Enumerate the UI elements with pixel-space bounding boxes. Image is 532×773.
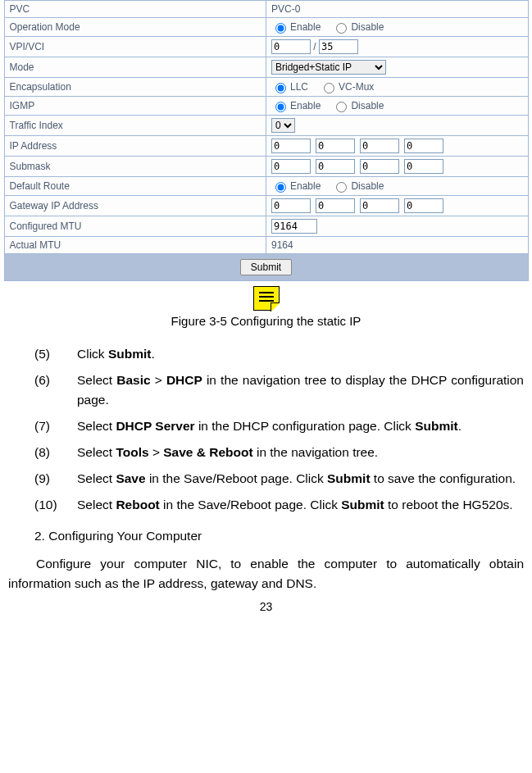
step-8-number: (8) xyxy=(34,443,70,462)
mode-select[interactable]: Bridged+Static IP xyxy=(271,60,386,75)
submit-cell: Submit xyxy=(4,254,528,281)
gateway-octet-2[interactable] xyxy=(316,198,355,213)
step-6: (6)Select Basic > DHCP in the navigation… xyxy=(34,371,524,410)
step-5: (5)Click Submit. xyxy=(34,344,524,364)
gateway-value xyxy=(266,196,529,216)
gateway-label: Gateway IP Address xyxy=(4,196,266,216)
igmp-disable-option[interactable]: Disable xyxy=(332,99,384,112)
pvc-value: PVC-0 xyxy=(266,1,529,18)
configured-mtu-input[interactable] xyxy=(271,219,317,234)
config-table: PVC PVC-0 Operation Mode Enable Disable … xyxy=(4,0,529,281)
submask-value xyxy=(266,157,529,177)
steps-list: (5)Click Submit. (6)Select Basic > DHCP … xyxy=(8,344,524,515)
traffic-index-label: Traffic Index xyxy=(4,116,266,136)
igmp-enable-label: Enable xyxy=(290,100,321,111)
mode-label: Mode xyxy=(4,57,266,78)
slash-separator: / xyxy=(313,41,316,52)
step-9: (9)Select Save in the Save/Reboot page. … xyxy=(34,469,524,489)
note-icon xyxy=(253,286,280,311)
ip-octet-4[interactable] xyxy=(404,139,443,153)
mode-value: Bridged+Static IP xyxy=(266,57,529,78)
submask-octet-1[interactable] xyxy=(271,159,311,174)
op-mode-disable-option[interactable]: Disable xyxy=(332,20,384,34)
step-8: (8)Select Tools > Save & Reboot in the n… xyxy=(34,443,524,462)
section-2-heading: 2. Configuring Your Computer xyxy=(8,526,524,546)
instruction-content: (5)Click Submit. (6)Select Basic > DHCP … xyxy=(0,344,532,593)
submit-button[interactable]: Submit xyxy=(240,259,292,275)
actual-mtu-value: 9164 xyxy=(266,237,529,254)
page-number: 23 xyxy=(0,600,532,613)
configured-mtu-label: Configured MTU xyxy=(4,216,266,237)
llc-label: LLC xyxy=(290,81,308,93)
vci-input[interactable] xyxy=(319,39,358,54)
defroute-enable-option[interactable]: Enable xyxy=(271,180,321,193)
pvc-label: PVC xyxy=(4,1,266,18)
igmp-label: IGMP xyxy=(4,97,266,116)
operation-mode-value: Enable Disable xyxy=(266,18,529,37)
encap-vcmux-option[interactable]: VC-Mux xyxy=(320,80,374,93)
configured-mtu-value xyxy=(266,216,529,237)
figure-caption: Figure 3-5 Configuring the static IP xyxy=(0,314,532,328)
submask-octet-2[interactable] xyxy=(316,159,355,174)
step-10-number: (10) xyxy=(34,495,70,515)
op-mode-enable-radio[interactable] xyxy=(275,23,286,34)
igmp-value: Enable Disable xyxy=(266,97,529,116)
enable-label: Enable xyxy=(290,21,321,33)
vcmux-label: VC-Mux xyxy=(339,81,374,93)
defroute-disable-label: Disable xyxy=(351,180,384,192)
step-10: (10)Select Reboot in the Save/Reboot pag… xyxy=(34,495,524,515)
step-9-number: (9) xyxy=(34,469,70,489)
gateway-octet-4[interactable] xyxy=(404,198,443,213)
traffic-index-select[interactable]: 0 xyxy=(271,118,295,133)
default-route-label: Default Route xyxy=(4,177,266,196)
step-7: (7)Select DHCP Server in the DHCP config… xyxy=(34,416,524,436)
defroute-enable-label: Enable xyxy=(290,180,321,192)
operation-mode-label: Operation Mode xyxy=(4,18,266,37)
traffic-index-value: 0 xyxy=(266,116,529,136)
encap-llc-option[interactable]: LLC xyxy=(271,80,308,93)
step-5-number: (5) xyxy=(34,344,70,364)
igmp-disable-label: Disable xyxy=(351,100,384,111)
submask-octet-4[interactable] xyxy=(404,159,443,174)
vpi-vci-label: VPI/VCI xyxy=(4,37,266,57)
actual-mtu-label: Actual MTU xyxy=(4,237,266,254)
encapsulation-label: Encapsulation xyxy=(4,78,266,97)
ip-address-label: IP Address xyxy=(4,136,266,157)
ip-octet-1[interactable] xyxy=(271,139,311,153)
ip-address-value xyxy=(266,136,529,157)
defroute-disable-option[interactable]: Disable xyxy=(332,180,384,193)
encapsulation-value: LLC VC-Mux xyxy=(266,78,529,97)
default-route-value: Enable Disable xyxy=(266,177,529,196)
igmp-enable-option[interactable]: Enable xyxy=(271,99,321,112)
encap-vcmux-radio[interactable] xyxy=(324,83,334,93)
igmp-disable-radio[interactable] xyxy=(336,102,347,112)
defroute-enable-radio[interactable] xyxy=(275,182,286,193)
igmp-enable-radio[interactable] xyxy=(275,102,286,112)
ip-octet-3[interactable] xyxy=(360,139,399,153)
vpi-vci-value: / xyxy=(266,37,529,57)
gateway-octet-1[interactable] xyxy=(271,198,311,213)
gateway-octet-3[interactable] xyxy=(360,198,399,213)
encap-llc-radio[interactable] xyxy=(275,83,286,93)
section-2-para: Configure your computer NIC, to enable t… xyxy=(8,554,524,593)
op-mode-disable-radio[interactable] xyxy=(336,23,347,34)
vpi-input[interactable] xyxy=(271,39,311,54)
disable-label: Disable xyxy=(351,21,384,33)
submask-octet-3[interactable] xyxy=(360,159,399,174)
ip-octet-2[interactable] xyxy=(316,139,355,153)
op-mode-enable-option[interactable]: Enable xyxy=(271,20,321,34)
step-7-number: (7) xyxy=(34,416,70,436)
defroute-disable-radio[interactable] xyxy=(336,182,347,193)
submask-label: Submask xyxy=(4,157,266,177)
step-6-number: (6) xyxy=(34,371,70,390)
